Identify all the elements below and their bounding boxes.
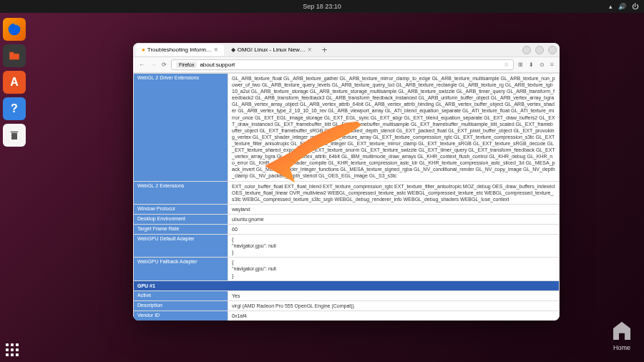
forward-button[interactable]: →	[149, 62, 157, 68]
firefox-badge: Firefox	[176, 62, 197, 68]
row-label: Description	[134, 300, 228, 310]
site-tab-icon: ◆	[231, 47, 235, 53]
close-tab-icon[interactable]: ×	[308, 46, 312, 54]
row-label: Window Protocol	[134, 204, 228, 214]
page-content: WebGL 2 Driver Extensions GL_ARB_texture…	[133, 73, 560, 321]
clock: Sep 18 23:10	[303, 3, 341, 10]
support-info-table: WebGL 2 Driver Extensions GL_ARB_texture…	[133, 73, 560, 321]
row-value: { "navigator.gpu": null }	[228, 258, 560, 280]
address-field[interactable]: Firefox about:support ☆	[171, 59, 514, 70]
row-label: WebGPU Fallback Adapter	[134, 258, 228, 280]
power-icon[interactable]: ⏻	[632, 3, 638, 10]
row-value: virgl (AMD Radeon Pro 555 OpenGL Engine …	[228, 300, 560, 310]
row-label: Desktop Environment	[134, 214, 228, 224]
show-apps-button[interactable]	[6, 343, 19, 356]
system-tray[interactable]: ▴ 🔊 ⏻	[609, 3, 638, 10]
home-label: Home	[610, 344, 633, 351]
row-value: { "navigator.gpu": null }	[228, 235, 560, 258]
minimize-button[interactable]	[522, 46, 531, 54]
row-label: WebGL 2 Driver Extensions	[134, 74, 228, 182]
row-label: WebGPU Default Adapter	[134, 235, 228, 258]
menu-button[interactable]: ≡	[549, 62, 555, 68]
bookmark-icon[interactable]: ☆	[504, 62, 509, 68]
volume-icon[interactable]: 🔊	[618, 3, 626, 10]
tab-label: OMG! Linux - Linux New…	[238, 47, 306, 53]
row-label: Vendor ID	[134, 310, 228, 321]
tab-omglinux[interactable]: ◆ OMG! Linux - Linux New… ×	[225, 44, 318, 56]
row-value: wayland	[228, 204, 560, 214]
dock-trash[interactable]	[3, 124, 26, 147]
row-value: ubuntu:gnome	[228, 214, 560, 224]
tab-troubleshooting[interactable]: ● Troubleshooting Inform… ×	[136, 44, 224, 56]
row-label: WebGL 2 Extensions	[134, 181, 228, 204]
system-topbar: Sep 18 23:10 ▴ 🔊 ⏻	[0, 0, 644, 13]
dock-software[interactable]: A	[3, 71, 26, 94]
back-button[interactable]: ←	[137, 62, 146, 68]
extensions-icon[interactable]: ⊞	[517, 62, 525, 68]
account-icon[interactable]: ⊙	[538, 62, 546, 68]
row-value: GL_ARB_texture_float GL_ARB_texture_gath…	[228, 74, 560, 182]
row-value: 60	[228, 224, 560, 234]
tab-bar: ● Troubleshooting Inform… × ◆ OMG! Linux…	[133, 43, 560, 57]
dock-files[interactable]	[3, 44, 26, 67]
url-bar: ← → ⟳ Firefox about:support ☆ ⊞ ⬇ ⊙ ≡	[133, 57, 560, 73]
tab-label: Troubleshooting Inform…	[147, 47, 212, 53]
close-button[interactable]	[548, 46, 557, 54]
gpu-section-header: GPU #1	[134, 280, 560, 290]
maximize-button[interactable]	[535, 46, 544, 54]
url-text: about:support	[200, 62, 235, 68]
row-value: 0x1af4	[228, 310, 560, 321]
downloads-icon[interactable]: ⬇	[527, 62, 535, 68]
new-tab-button[interactable]: +	[319, 44, 331, 55]
desktop-home-icon[interactable]: Home	[610, 320, 633, 351]
row-label: Active	[134, 290, 228, 300]
row-value: Yes	[228, 290, 560, 300]
dock-help[interactable]: ?	[3, 97, 26, 120]
firefox-tab-icon: ●	[142, 47, 145, 53]
firefox-window: ● Troubleshooting Inform… × ◆ OMG! Linux…	[133, 43, 560, 321]
network-icon[interactable]: ▴	[609, 3, 613, 10]
row-label: Target Frame Rate	[134, 224, 228, 234]
reload-button[interactable]: ⟳	[160, 62, 168, 68]
close-tab-icon[interactable]: ×	[214, 46, 218, 54]
row-value: EXT_color_buffer_float EXT_float_blend E…	[228, 181, 560, 204]
dock-firefox[interactable]	[3, 18, 26, 41]
launcher-dock: A ?	[3, 18, 26, 147]
